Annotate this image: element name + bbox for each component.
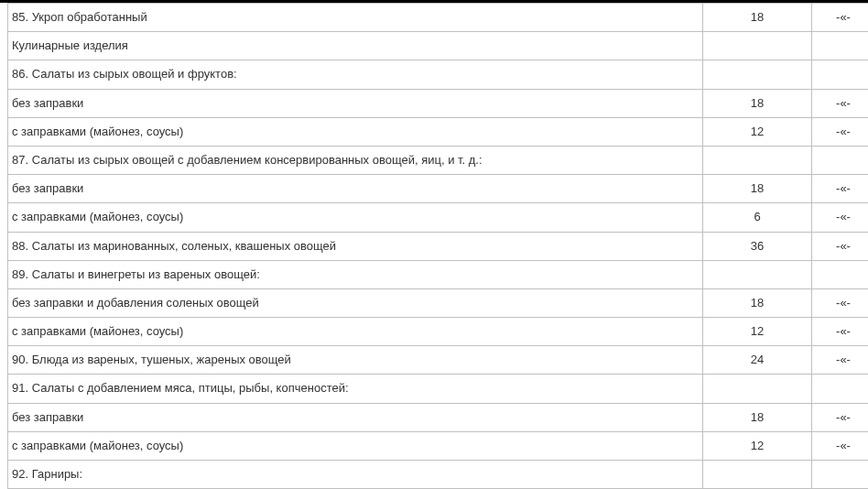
table-row: 85. Укроп обработанный18-«-	[8, 4, 869, 32]
cell-mark: -«-	[812, 431, 869, 460]
table-row: без заправки18-«-	[8, 403, 869, 431]
cell-name: 88. Салаты из маринованных, соленых, ква…	[8, 232, 703, 260]
cell-mark: -«-	[812, 346, 869, 375]
cell-value	[703, 260, 812, 288]
table-row: без заправки и добавления соленых овощей…	[8, 288, 869, 317]
cell-value: 36	[703, 232, 812, 260]
table-row: 87. Салаты из сырых овощей с добавлением…	[8, 146, 869, 174]
cell-mark: -«-	[812, 318, 869, 346]
cell-name: 91. Салаты с добавлением мяса, птицы, ры…	[8, 375, 703, 403]
table-row: 91. Салаты с добавлением мяса, птицы, ры…	[8, 375, 869, 403]
cell-value	[703, 461, 812, 489]
cell-name: 87. Салаты из сырых овощей с добавлением…	[8, 146, 703, 174]
table-row: 92. Гарниры:	[8, 461, 869, 489]
table-row: с заправками (майонез, соусы)12-«-	[8, 117, 869, 146]
cell-mark	[812, 32, 869, 60]
table-row: Кулинарные изделия	[8, 32, 869, 60]
table-body: 85. Укроп обработанный18-«-Кулинарные из…	[8, 4, 869, 489]
cell-name: с заправками (майонез, соусы)	[8, 431, 703, 460]
table-row: 89. Салаты и винегреты из вареных овощей…	[8, 260, 869, 288]
cell-mark: -«-	[812, 232, 869, 260]
cell-mark: -«-	[812, 117, 869, 146]
table-row: без заправки18-«-	[8, 175, 869, 203]
table-row: с заправками (майонез, соусы)12-«-	[8, 431, 869, 460]
cell-name: Кулинарные изделия	[8, 32, 703, 60]
table-row: с заправками (майонез, соусы)12-«-	[8, 318, 869, 346]
cell-name: без заправки	[8, 403, 703, 431]
cell-value: 12	[703, 318, 812, 346]
table-row: 86. Салаты из сырых овощей и фруктов:	[8, 60, 869, 89]
cell-value: 12	[703, 431, 812, 460]
table-row: без заправки18-«-	[8, 89, 869, 117]
cell-name: 89. Салаты и винегреты из вареных овощей…	[8, 260, 703, 288]
cell-mark: -«-	[812, 288, 869, 317]
cell-name: 86. Салаты из сырых овощей и фруктов:	[8, 60, 703, 89]
cell-value: 18	[703, 403, 812, 431]
cell-value: 18	[703, 288, 812, 317]
cell-name: без заправки	[8, 89, 703, 117]
cell-value: 18	[703, 89, 812, 117]
cell-value: 18	[703, 4, 812, 32]
table-row: с заправками (майонез, соусы)6-«-	[8, 203, 869, 232]
cell-value	[703, 146, 812, 174]
cell-value: 24	[703, 346, 812, 375]
table-row: 88. Салаты из маринованных, соленых, ква…	[8, 232, 869, 260]
table-row: 90. Блюда из вареных, тушеных, жареных о…	[8, 346, 869, 375]
cell-name: 92. Гарниры:	[8, 461, 703, 489]
cell-value: 6	[703, 203, 812, 232]
cell-mark: -«-	[812, 203, 869, 232]
cell-name: с заправками (майонез, соусы)	[8, 117, 703, 146]
cell-name: с заправками (майонез, соусы)	[8, 318, 703, 346]
cell-mark	[812, 146, 869, 174]
cell-value: 18	[703, 175, 812, 203]
cell-name: без заправки и добавления соленых овощей	[8, 288, 703, 317]
cell-value	[703, 375, 812, 403]
cell-mark: -«-	[812, 4, 869, 32]
cell-name: 90. Блюда из вареных, тушеных, жареных о…	[8, 346, 703, 375]
data-table: 85. Укроп обработанный18-«-Кулинарные из…	[7, 3, 868, 489]
cell-value: 12	[703, 117, 812, 146]
cell-name: с заправками (майонез, соусы)	[8, 203, 703, 232]
cell-mark: -«-	[812, 175, 869, 203]
cell-mark: -«-	[812, 89, 869, 117]
cell-mark: -«-	[812, 403, 869, 431]
cell-mark	[812, 60, 869, 89]
cell-value	[703, 60, 812, 89]
cell-mark	[812, 260, 869, 288]
cell-name: 85. Укроп обработанный	[8, 4, 703, 32]
cell-mark	[812, 461, 869, 489]
cell-name: без заправки	[8, 175, 703, 203]
document-page: 85. Укроп обработанный18-«-Кулинарные из…	[0, 0, 868, 489]
cell-mark	[812, 375, 869, 403]
cell-value	[703, 32, 812, 60]
